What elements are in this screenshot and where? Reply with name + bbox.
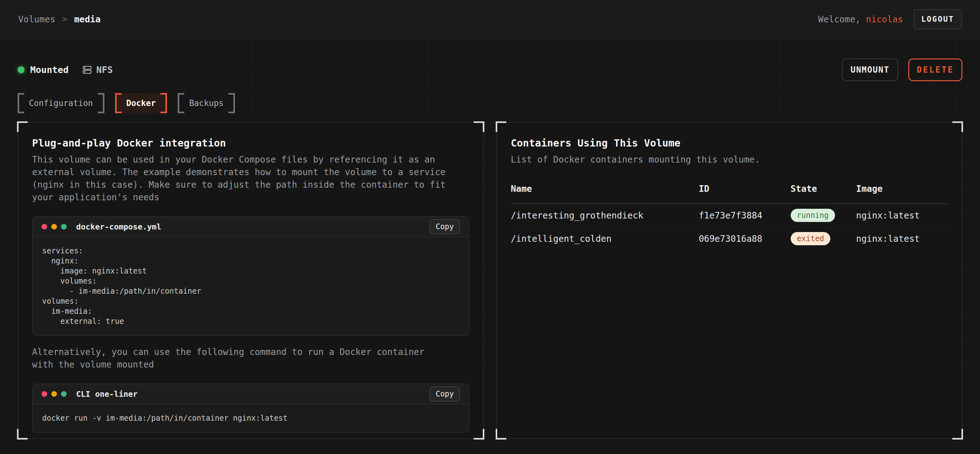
traffic-green-icon	[61, 224, 67, 230]
docker-integration-panel: Plug-and-play Docker integration This vo…	[18, 122, 484, 439]
panel-corner-bracket	[17, 429, 28, 440]
panel-corner-bracket	[496, 429, 506, 440]
state-badge: running	[791, 209, 835, 222]
container-name: /intelligent_colden	[511, 227, 699, 250]
main-area: Mounted NFS UNMOUNT DELETE Configurati	[0, 39, 980, 454]
compose-code-header: docker-compose.yml Copy	[33, 217, 469, 237]
panel-corner-bracket	[952, 429, 963, 440]
tab-backups[interactable]: Backups	[178, 93, 235, 113]
delete-button[interactable]: DELETE	[908, 59, 963, 81]
panel-corner-bracket	[474, 429, 484, 440]
chevron-right-icon: >	[62, 14, 67, 24]
cli-code-block: CLI one-liner Copy docker run -v im-medi…	[32, 384, 469, 433]
docker-panel-description: This volume can be used in your Docker C…	[32, 154, 447, 204]
containers-table: Name ID State Image /interesting_grothen…	[511, 184, 948, 250]
server-stack-icon	[83, 65, 92, 75]
tab-docker[interactable]: Docker	[115, 93, 167, 113]
tab-configuration[interactable]: Configuration	[18, 93, 104, 113]
compose-code-content: services: nginx: image: nginx:latest vol…	[33, 237, 469, 335]
containers-panel-subtitle: List of Docker containers mounting this …	[511, 154, 926, 166]
containers-table-header-row: Name ID State Image	[511, 184, 948, 204]
unmount-button[interactable]: UNMOUNT	[842, 59, 899, 81]
column-header-state: State	[791, 184, 856, 204]
column-header-id: ID	[699, 184, 791, 204]
welcome-prefix: Welcome,	[818, 14, 866, 24]
breadcrumb-current-volume: media	[74, 14, 101, 24]
compose-copy-button[interactable]: Copy	[430, 219, 460, 234]
cli-title: CLI one-liner	[76, 389, 138, 398]
cli-code-header: CLI one-liner Copy	[33, 384, 469, 404]
breadcrumb-volumes-link[interactable]: Volumes	[18, 14, 55, 24]
container-image: nginx:latest	[856, 227, 948, 250]
compose-code-block: docker-compose.yml Copy services: nginx:…	[32, 216, 469, 336]
panel-corner-bracket	[474, 121, 484, 132]
container-image: nginx:latest	[856, 204, 948, 227]
panel-corner-bracket	[952, 121, 963, 132]
table-row: /interesting_grothendieck f1e73e7f3884 r…	[511, 204, 948, 227]
column-header-name: Name	[511, 184, 699, 204]
mounted-status-label: Mounted	[30, 65, 68, 75]
containers-panel-title: Containers Using This Volume	[511, 137, 948, 149]
state-badge: exited	[791, 232, 830, 245]
compose-filename: docker-compose.yml	[76, 222, 161, 232]
traffic-red-icon	[41, 224, 47, 230]
top-header: Volumes > media Welcome, nicolas LOGOUT	[0, 0, 980, 39]
cli-code-content: docker run -v im-media:/path/in/containe…	[33, 404, 469, 432]
traffic-red-icon	[41, 391, 47, 397]
driver-label: NFS	[96, 65, 113, 75]
container-id: f1e73e7f3884	[699, 204, 791, 227]
panel-corner-bracket	[17, 121, 28, 132]
welcome-text: Welcome, nicolas	[818, 14, 903, 24]
traffic-green-icon	[61, 391, 67, 397]
traffic-light-icons	[41, 224, 67, 230]
table-row: /intelligent_colden 069e73016a88 exited …	[511, 227, 948, 250]
column-header-image: Image	[856, 184, 948, 204]
driver-indicator: NFS	[83, 65, 113, 75]
tab-bar: Configuration Docker Backups	[18, 93, 963, 113]
cli-copy-button[interactable]: Copy	[430, 386, 460, 402]
mounted-status-dot	[18, 66, 24, 73]
traffic-light-icons	[41, 391, 67, 397]
container-id: 069e73016a88	[699, 227, 791, 250]
containers-panel: Containers Using This Volume List of Doc…	[496, 122, 963, 439]
container-name: /interesting_grothendieck	[511, 204, 699, 227]
traffic-yellow-icon	[51, 391, 57, 397]
docker-panel-title: Plug-and-play Docker integration	[32, 137, 469, 149]
mounted-status: Mounted	[18, 65, 68, 75]
breadcrumb: Volumes > media	[18, 14, 101, 24]
logout-button[interactable]: LOGOUT	[914, 9, 962, 29]
panel-corner-bracket	[496, 121, 506, 132]
status-row: Mounted NFS UNMOUNT DELETE	[18, 58, 963, 82]
cli-intro-text: Alternatively, you can use the following…	[32, 346, 447, 371]
traffic-yellow-icon	[51, 224, 57, 230]
username: nicolas	[866, 14, 903, 24]
